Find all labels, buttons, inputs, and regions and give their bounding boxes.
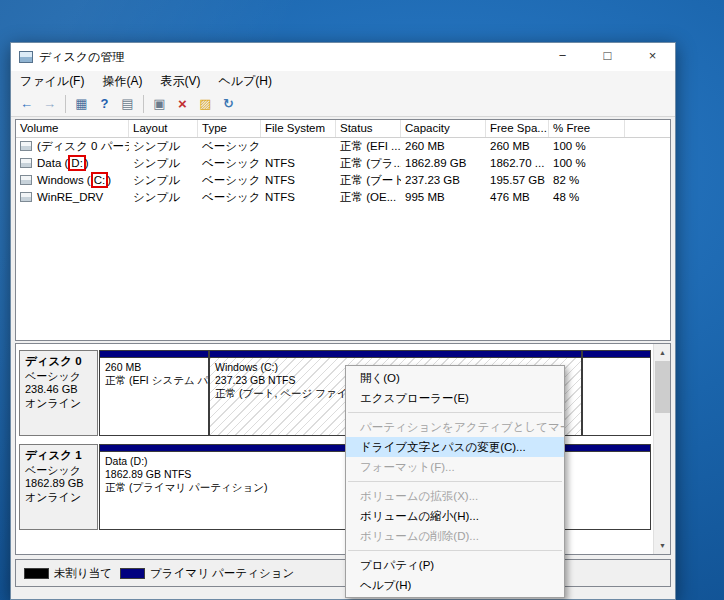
partition-color-strip	[583, 351, 650, 358]
scrollbar-thumb[interactable]	[655, 361, 670, 413]
disk-management-window: ディスクの管理 − □ × ファイル(F) 操作(A) 表示(V) ヘルプ(H)…	[10, 42, 676, 600]
console-tree-icon[interactable]: ▦	[70, 93, 93, 115]
layout-cell: シンプル	[129, 155, 198, 172]
capacity-cell: 237.23 GB	[401, 172, 486, 189]
type-cell: ベーシック	[198, 172, 261, 189]
volume-name-cell: WinRE_DRV	[16, 189, 129, 206]
toolbar: ← → ▦ ? ▤ ▣ × ▨ ↻	[11, 91, 675, 117]
column-header-pct-free[interactable]: % Free	[549, 120, 625, 137]
menu-separator	[348, 481, 562, 482]
file-system-cell: NTFS	[261, 155, 336, 172]
graphical-view: ディスク 0 ベーシック 238.46 GB オンライン 260 MB 正常 (…	[15, 343, 671, 555]
help-icon[interactable]: ?	[93, 93, 116, 115]
status-cell: 正常 (プラ...	[336, 155, 401, 172]
capacity-cell: 995 MB	[401, 189, 486, 206]
disk-status: オンライン	[25, 397, 92, 411]
menu-separator	[348, 550, 562, 551]
pct-free-cell: 48 %	[549, 189, 625, 206]
delete-volume-icon[interactable]: ×	[171, 93, 194, 115]
partition-efi[interactable]: 260 MB 正常 (EFI システム パー...	[99, 350, 209, 436]
column-header-type[interactable]: Type	[198, 120, 261, 137]
menu-item-explorer[interactable]: エクスプローラー(E)	[346, 388, 564, 408]
partition-size: 260 MB	[105, 361, 203, 374]
menu-view[interactable]: 表示(V)	[151, 71, 209, 91]
scroll-down-icon[interactable]: ▼	[654, 537, 671, 554]
disk-1-label[interactable]: ディスク 1 ベーシック 1862.89 GB オンライン	[19, 444, 98, 530]
free-space-cell: 260 MB	[486, 138, 549, 155]
status-cell: 正常 (OE...	[336, 189, 401, 206]
volume-row-efi[interactable]: (ディスク 0 パーティシ... シンプル ベーシック 正常 (EFI ... …	[16, 138, 670, 155]
pct-free-cell: 82 %	[549, 172, 625, 189]
minimize-button[interactable]: −	[540, 43, 585, 71]
desktop: ディスクの管理 − □ × ファイル(F) 操作(A) 表示(V) ヘルプ(H)…	[0, 0, 724, 600]
open-folder-icon[interactable]: ▨	[194, 93, 217, 115]
type-cell: ベーシック	[198, 138, 261, 155]
volume-row-data[interactable]: Data (D:) シンプル ベーシック NTFS 正常 (プラ... 1862…	[16, 155, 670, 172]
refresh-icon[interactable]: ↻	[217, 93, 240, 115]
column-header-file-system[interactable]: File System	[261, 120, 336, 137]
volume-name-cell: Windows (C:)	[16, 172, 129, 189]
volume-name-close: )	[85, 157, 89, 169]
capacity-cell: 260 MB	[401, 138, 486, 155]
disk-size: 1862.89 GB	[25, 477, 92, 491]
partition-color-strip	[100, 351, 208, 358]
titlebar[interactable]: ディスクの管理 − □ ×	[11, 43, 675, 71]
volume-name-close: )	[107, 174, 111, 186]
drive-letter-c: C:	[94, 174, 106, 186]
volume-name: (ディスク 0 パーティシ...	[37, 140, 129, 152]
menu-item-properties[interactable]: プロパティ(P)	[346, 555, 564, 575]
column-header-status[interactable]: Status	[336, 120, 401, 137]
legend-primary-label: プライマリ パーティション	[150, 566, 294, 581]
unallocated-swatch-icon	[24, 568, 49, 579]
volume-row-windows[interactable]: Windows (C:) シンプル ベーシック NTFS 正常 (ブート... …	[16, 172, 670, 189]
scroll-up-icon[interactable]: ▲	[654, 344, 671, 361]
menu-item-open[interactable]: 開く(O)	[346, 368, 564, 388]
volume-name-cell: Data (D:)	[16, 155, 129, 172]
status-cell: 正常 (EFI ...	[336, 138, 401, 155]
disk-0-row: ディスク 0 ベーシック 238.46 GB オンライン 260 MB 正常 (…	[16, 350, 670, 436]
disk-status: オンライン	[25, 491, 92, 505]
pct-free-cell: 100 %	[549, 138, 625, 155]
disk-name: ディスク 0	[25, 355, 92, 369]
menu-action[interactable]: 操作(A)	[93, 71, 151, 91]
volume-list: Volume Layout Type File System Status Ca…	[15, 119, 671, 341]
menu-item-shrink-volume[interactable]: ボリュームの縮小(H)...	[346, 506, 564, 526]
partition-context-menu: 開く(O) エクスプローラー(E) パーティションをアクティブとしてマーク(M)…	[345, 365, 565, 598]
column-header-layout[interactable]: Layout	[129, 120, 198, 137]
menu-help[interactable]: ヘルプ(H)	[209, 71, 281, 91]
column-header-free-space[interactable]: Free Spa...	[486, 120, 549, 137]
partition-status: 正常 (EFI システム パー...	[105, 374, 203, 387]
menu-item-delete-volume: ボリュームの削除(D)...	[346, 526, 564, 546]
export-list-icon[interactable]: ▤	[116, 93, 139, 115]
close-button[interactable]: ×	[630, 43, 675, 71]
free-space-cell: 195.57 GB	[486, 172, 549, 189]
column-header-volume[interactable]: Volume	[16, 120, 129, 137]
menu-item-extend-volume: ボリュームの拡張(X)...	[346, 486, 564, 506]
menu-file[interactable]: ファイル(F)	[11, 71, 93, 91]
layout-cell: シンプル	[129, 172, 198, 189]
legend-unallocated: 未割り当て	[24, 566, 112, 581]
window-title: ディスクの管理	[39, 49, 540, 66]
toolbar-separator	[143, 95, 144, 113]
action-pane-icon[interactable]: ▣	[148, 93, 171, 115]
maximize-button[interactable]: □	[585, 43, 630, 71]
annotation-box-drive-d: D:	[68, 155, 86, 171]
disk-0-label[interactable]: ディスク 0 ベーシック 238.46 GB オンライン	[19, 350, 98, 436]
window-controls: − □ ×	[540, 43, 675, 71]
forward-icon[interactable]: →	[38, 93, 61, 115]
vertical-scrollbar[interactable]: ▲ ▼	[653, 344, 670, 554]
legend-bar: 未割り当て プライマリ パーティション	[15, 559, 671, 587]
menu-item-format: フォーマット(F)...	[346, 457, 564, 477]
file-system-cell	[261, 138, 336, 155]
column-header-capacity[interactable]: Capacity	[401, 120, 486, 137]
layout-cell: シンプル	[129, 138, 198, 155]
back-icon[interactable]: ←	[15, 93, 38, 115]
partition-winre[interactable]	[582, 350, 651, 436]
menu-item-change-drive-letter[interactable]: ドライブ文字とパスの変更(C)...	[346, 437, 564, 457]
annotation-box-drive-c: C:	[91, 172, 109, 188]
menu-item-help[interactable]: ヘルプ(H)	[346, 575, 564, 595]
type-cell: ベーシック	[198, 189, 261, 206]
volume-row-winre[interactable]: WinRE_DRV シンプル ベーシック NTFS 正常 (OE... 995 …	[16, 189, 670, 206]
file-system-cell: NTFS	[261, 172, 336, 189]
volume-name: Data (	[37, 157, 68, 169]
